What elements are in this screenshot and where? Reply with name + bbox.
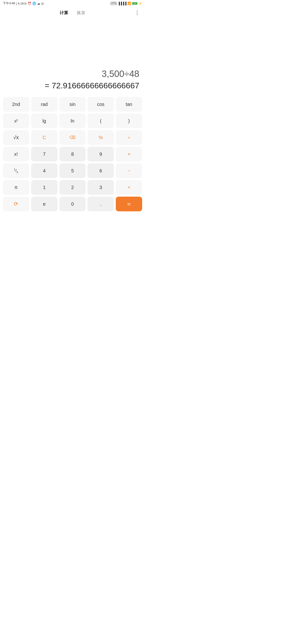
status-time: 下午4:48 <box>3 1 15 6</box>
keyboard: 2nd rad sin cos tan xy lg ln ( ) <box>0 95 145 215</box>
key-row-1: 2nd rad sin cos tan <box>3 97 142 112</box>
key-0[interactable]: 0 <box>60 196 86 211</box>
key-row-4: x! 7 8 9 × <box>3 147 142 162</box>
key-reciprocal[interactable]: 1/x <box>3 163 29 178</box>
key-backspace[interactable]: ⌫ <box>60 130 86 145</box>
key-4[interactable]: 4 <box>31 163 58 178</box>
more-menu-button[interactable]: ⋮ <box>135 10 140 16</box>
key-decimal[interactable]: . <box>88 196 114 211</box>
nav-tabs: 计算 换算 <box>58 9 87 16</box>
key-2nd[interactable]: 2nd <box>3 97 29 112</box>
key-row-5: 1/x 4 5 6 − <box>3 163 142 178</box>
key-6[interactable]: 6 <box>88 163 114 178</box>
vpn-badge: VPN <box>111 2 117 5</box>
key-row-3: √x C ⌫ % ÷ <box>3 130 142 145</box>
result-display: = 72.91666666666666667 <box>45 81 139 90</box>
signal-icon: ▐▐▐▐ <box>118 2 126 5</box>
tab-calculator[interactable]: 计算 <box>58 9 70 16</box>
app-icon-2: ☁ <box>37 2 40 5</box>
key-row-7: ⟳ e 0 . = <box>3 196 142 211</box>
key-add[interactable]: + <box>116 180 142 195</box>
key-5[interactable]: 5 <box>60 163 86 178</box>
status-right: VPN ▐▐▐▐ 📶 55 ⚡ <box>111 2 142 5</box>
key-close-paren[interactable]: ) <box>116 114 142 128</box>
key-row-2: xy lg ln ( ) <box>3 114 142 128</box>
key-row-6: π 1 2 3 + <box>3 180 142 195</box>
app-icon-1: 🌐 <box>32 2 36 5</box>
key-factorial[interactable]: x! <box>3 147 29 162</box>
status-speed: 4.1K/s <box>18 2 27 5</box>
key-tan[interactable]: tan <box>116 97 142 112</box>
key-sqrt[interactable]: √x <box>3 130 29 145</box>
alarm-icon: ⏰ <box>28 2 31 5</box>
display-area: 3,500÷48 = 72.91666666666666667 <box>0 19 145 95</box>
key-subtract[interactable]: − <box>116 163 142 178</box>
tab-converter[interactable]: 换算 <box>75 9 87 16</box>
key-3[interactable]: 3 <box>88 180 114 195</box>
battery-indicator: 55 <box>132 2 137 5</box>
top-nav: 计算 换算 ⋮ <box>0 7 145 19</box>
key-multiply[interactable]: × <box>116 147 142 162</box>
key-rotate[interactable]: ⟳ <box>3 196 29 211</box>
charge-icon: ⚡ <box>138 2 142 5</box>
key-sin[interactable]: sin <box>60 97 86 112</box>
key-cos[interactable]: cos <box>88 97 114 112</box>
key-divide[interactable]: ÷ <box>116 130 142 145</box>
key-pi[interactable]: π <box>3 180 29 195</box>
expression-display: 3,500÷48 <box>102 69 139 79</box>
key-8[interactable]: 8 <box>60 147 86 162</box>
key-rad[interactable]: rad <box>31 97 58 112</box>
key-2[interactable]: 2 <box>60 180 86 195</box>
key-percent[interactable]: % <box>88 130 114 145</box>
status-bar: 下午4:48 | 4.1K/s ⏰ 🌐 ☁ ◎ VPN ▐▐▐▐ 📶 55 ⚡ <box>0 0 145 7</box>
app-icon-3: ◎ <box>41 2 44 5</box>
key-lg[interactable]: lg <box>31 114 58 128</box>
key-ln[interactable]: ln <box>60 114 86 128</box>
key-equals[interactable]: = <box>116 196 142 211</box>
key-clear[interactable]: C <box>31 130 58 145</box>
key-1[interactable]: 1 <box>31 180 58 195</box>
wifi-icon: 📶 <box>127 2 131 5</box>
status-network: | <box>16 2 17 5</box>
status-left: 下午4:48 | 4.1K/s ⏰ 🌐 ☁ ◎ <box>3 1 44 6</box>
key-euler[interactable]: e <box>31 196 58 211</box>
key-open-paren[interactable]: ( <box>88 114 114 128</box>
key-7[interactable]: 7 <box>31 147 58 162</box>
key-xy[interactable]: xy <box>3 114 29 128</box>
key-9[interactable]: 9 <box>88 147 114 162</box>
